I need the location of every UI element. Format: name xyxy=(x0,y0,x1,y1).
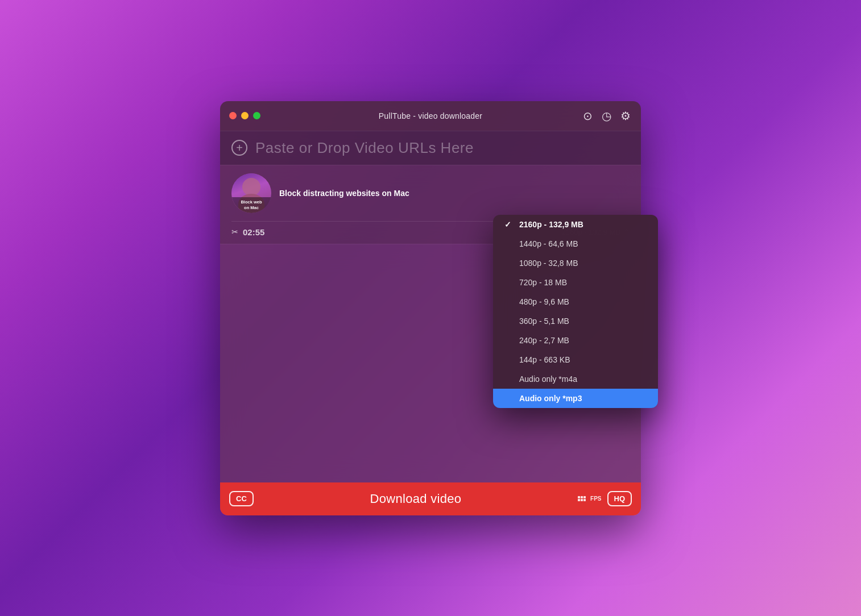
download-label: Download video xyxy=(259,492,572,506)
dropdown-item[interactable]: 1080p - 32,8 MB xyxy=(493,253,658,273)
fps-grid-icon xyxy=(578,496,586,501)
dropdown-item-label: Audio only *m4a xyxy=(519,374,577,384)
dropdown-item-label: 1440p - 64,6 MB xyxy=(519,239,578,248)
dropdown-item-label: 2160p - 132,9 MB xyxy=(519,220,583,229)
dropdown-item[interactable]: 144p - 663 KB xyxy=(493,350,658,369)
dropdown-item[interactable]: Audio only *m4a xyxy=(493,369,658,389)
close-button[interactable] xyxy=(229,112,237,119)
video-title: Block distracting websites on Mac xyxy=(279,189,409,198)
window-buttons xyxy=(229,112,260,119)
settings-icon[interactable]: ⚙ xyxy=(619,109,632,123)
download-icon[interactable]: ⊙ xyxy=(582,109,594,123)
dropdown-item[interactable]: 360p - 5,1 MB xyxy=(493,311,658,331)
minimize-button[interactable] xyxy=(241,112,249,119)
dropdown-item[interactable]: Audio only *mp3 xyxy=(493,389,658,408)
dropdown-item-label: 720p - 18 MB xyxy=(519,278,567,287)
title-bar: PullTube - video downloader ⊙ ◷ ⚙ xyxy=(220,101,641,131)
fps-label[interactable]: FPS xyxy=(590,496,601,502)
dropdown-item[interactable]: 720p - 18 MB xyxy=(493,273,658,292)
cc-button[interactable]: CC xyxy=(229,491,254,506)
dropdown-item[interactable]: 1440p - 64,6 MB xyxy=(493,234,658,253)
dropdown-item[interactable]: 240p - 2,7 MB xyxy=(493,331,658,350)
dropdown-item[interactable]: ✓2160p - 132,9 MB xyxy=(493,215,658,234)
scissors-icon: ✂ xyxy=(231,227,238,236)
app-window: PullTube - video downloader ⊙ ◷ ⚙ + Past… xyxy=(220,101,641,515)
add-url-icon[interactable]: + xyxy=(231,140,247,156)
dropdown-item-label: Audio only *mp3 xyxy=(519,394,582,403)
thumbnail-line2: on Mac xyxy=(244,205,259,210)
history-icon[interactable]: ◷ xyxy=(601,109,612,123)
thumbnail-line1: Block web xyxy=(241,199,262,205)
dropdown-item-label: 240p - 2,7 MB xyxy=(519,336,569,345)
thumbnail-overlay: Block web on Mac xyxy=(231,197,271,213)
dropdown-item-label: 480p - 9,6 MB xyxy=(519,297,569,306)
duration: ✂ 02:55 xyxy=(231,227,264,237)
dropdown-item-label: 360p - 5,1 MB xyxy=(519,317,569,326)
maximize-button[interactable] xyxy=(253,112,260,119)
window-title: PullTube - video downloader xyxy=(379,111,482,120)
duration-text: 02:55 xyxy=(243,227,264,237)
plus-symbol: + xyxy=(236,141,243,155)
video-thumbnail: Block web on Mac xyxy=(231,173,271,213)
video-item-header: Block web on Mac Block distracting websi… xyxy=(231,173,630,221)
quality-dropdown: × ✓2160p - 132,9 MB1440p - 64,6 MB1080p … xyxy=(493,215,658,408)
dropdown-items-container: ✓2160p - 132,9 MB1440p - 64,6 MB1080p - … xyxy=(493,215,658,408)
checkmark-icon: ✓ xyxy=(504,220,514,229)
fps-area: FPS xyxy=(578,496,601,502)
title-icons: ⊙ ◷ ⚙ xyxy=(582,109,632,123)
dropdown-item-label: 1080p - 32,8 MB xyxy=(519,259,578,268)
url-bar[interactable]: + Paste or Drop Video URLs Here xyxy=(220,131,641,165)
bottom-bar: CC Download video FPS HQ xyxy=(220,482,641,515)
url-placeholder: Paste or Drop Video URLs Here xyxy=(255,139,474,157)
dropdown-item-label: 144p - 663 KB xyxy=(519,355,570,364)
dropdown-item[interactable]: 480p - 9,6 MB xyxy=(493,292,658,311)
hq-button[interactable]: HQ xyxy=(607,491,632,506)
